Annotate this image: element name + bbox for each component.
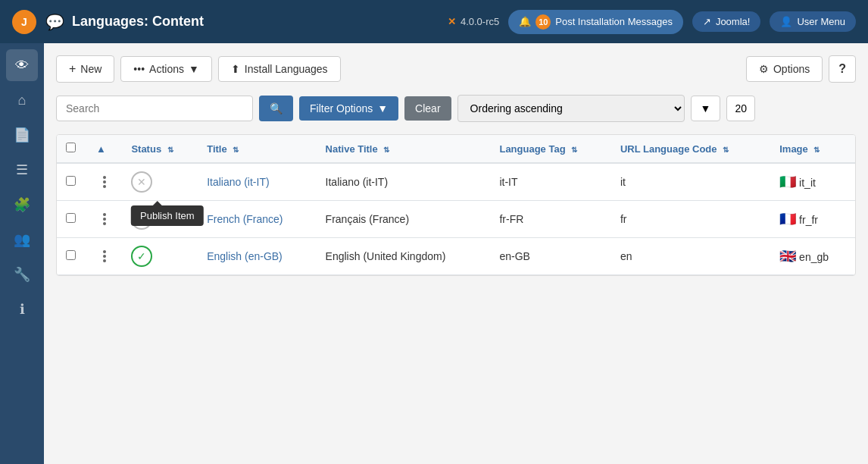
image-label: it_it bbox=[799, 177, 816, 189]
toggle-icon: 👁 bbox=[15, 58, 29, 74]
status-x-icon[interactable]: ✕ bbox=[131, 171, 152, 193]
navbar: J 💬 Languages: Content ✕ 4.0.0-rc5 🔔 10 … bbox=[0, 0, 868, 43]
row-menu[interactable] bbox=[96, 213, 113, 225]
sort-down-icon: ▼ bbox=[701, 102, 711, 114]
sidebar-item-content[interactable]: 📄 bbox=[6, 119, 38, 151]
language-tag-cell: en-GB bbox=[490, 238, 610, 275]
image-label: en_gb bbox=[799, 251, 829, 263]
help-button[interactable]: ? bbox=[829, 55, 856, 83]
url-code-cell: fr bbox=[611, 201, 770, 238]
page-size-display: 20 bbox=[726, 96, 755, 121]
title-header[interactable]: Title ⇅ bbox=[198, 135, 316, 163]
toolbar: + New ••• Actions ▼ ⬆ Install Languages … bbox=[56, 55, 856, 83]
status-check-icon[interactable]: ✓ bbox=[131, 246, 152, 267]
language-tag-cell: fr-FR bbox=[490, 201, 610, 238]
navbar-brand: 💬 Languages: Content bbox=[45, 13, 204, 31]
sidebar-item-menus[interactable]: ☰ bbox=[6, 154, 38, 186]
page-title: Languages: Content bbox=[72, 14, 204, 30]
search-bar: 🔍 Filter Options ▼ Clear Ordering ascend… bbox=[56, 95, 856, 122]
native-title-header[interactable]: Native Title ⇅ bbox=[317, 135, 491, 163]
row-checkbox[interactable] bbox=[66, 213, 76, 223]
upload-icon: ⬆ bbox=[231, 63, 240, 75]
ellipsis-icon: ••• bbox=[133, 63, 145, 75]
users-icon: 👥 bbox=[14, 231, 30, 248]
table-row: ✕ Publish Item Italiano (it-IT) Italiano… bbox=[57, 163, 855, 201]
tooltip: Publish Item bbox=[131, 205, 204, 226]
new-button[interactable]: + New bbox=[56, 55, 114, 83]
order-select[interactable]: Ordering ascending bbox=[457, 95, 685, 122]
user-icon: 👤 bbox=[780, 16, 792, 27]
sidebar: 👁 ⌂ 📄 ☰ 🧩 👥 🔧 ℹ bbox=[0, 43, 44, 464]
title-link[interactable]: French (France) bbox=[207, 213, 283, 225]
row-menu[interactable] bbox=[96, 250, 113, 262]
title-cell: English (en-GB) bbox=[198, 238, 316, 275]
version-display: ✕ 4.0.0-rc5 bbox=[448, 16, 499, 27]
row-drag-cell bbox=[87, 201, 122, 238]
external-link-icon: ↗ bbox=[703, 16, 711, 27]
sidebar-item-home[interactable]: ⌂ bbox=[6, 84, 38, 116]
sidebar-item-extensions[interactable]: 🧩 bbox=[6, 189, 38, 221]
url-language-code-header[interactable]: URL Language Code ⇅ bbox=[611, 135, 770, 163]
user-menu-button[interactable]: 👤 User Menu bbox=[770, 11, 856, 32]
sidebar-item-users[interactable]: 👥 bbox=[6, 224, 38, 256]
info-icon: ℹ bbox=[20, 301, 25, 318]
url-code-cell: it bbox=[611, 163, 770, 201]
sidebar-item-toggle[interactable]: 👁 bbox=[6, 49, 38, 81]
status-header[interactable]: Status ⇅ bbox=[122, 135, 198, 163]
order-direction-button[interactable]: ▼ bbox=[691, 96, 721, 121]
status-cell: ✓ bbox=[122, 238, 198, 275]
filter-chevron-icon: ▼ bbox=[377, 102, 388, 114]
row-drag-cell bbox=[87, 238, 122, 275]
page-icon: 💬 bbox=[45, 13, 64, 31]
row-checkbox[interactable] bbox=[66, 176, 76, 186]
url-code-cell: en bbox=[611, 238, 770, 275]
sidebar-item-tools[interactable]: 🔧 bbox=[6, 259, 38, 290]
joomla-x-icon: ✕ bbox=[448, 16, 456, 27]
row-checkbox-cell bbox=[57, 201, 87, 238]
flag-icon: 🇬🇧 bbox=[779, 248, 796, 265]
title-link[interactable]: Italiano (it-IT) bbox=[207, 176, 269, 188]
row-drag-cell bbox=[87, 163, 122, 201]
row-checkbox-cell bbox=[57, 238, 87, 275]
clear-button[interactable]: Clear bbox=[404, 96, 451, 121]
puzzle-icon: 🧩 bbox=[14, 196, 30, 213]
language-tag-header[interactable]: Language Tag ⇅ bbox=[490, 135, 610, 163]
native-title-cell: Français (France) bbox=[317, 201, 491, 238]
install-languages-button[interactable]: ⬆ Install Languages bbox=[218, 56, 341, 82]
drag-header: ▲ bbox=[87, 135, 122, 163]
main-content: + New ••• Actions ▼ ⬆ Install Languages … bbox=[44, 43, 868, 464]
actions-button[interactable]: ••• Actions ▼ bbox=[120, 56, 212, 82]
gear-icon: ⚙ bbox=[759, 63, 769, 75]
title-cell: Italiano (it-IT) bbox=[198, 163, 316, 201]
status-x-wrapper: ✕ Publish Item bbox=[131, 171, 189, 193]
image-cell: 🇮🇹 it_it bbox=[770, 163, 855, 201]
title-cell: French (France) bbox=[198, 201, 316, 238]
joomla-logo-icon[interactable]: J bbox=[12, 10, 36, 34]
image-header[interactable]: Image ⇅ bbox=[770, 135, 855, 163]
content-icon: 📄 bbox=[14, 127, 30, 143]
bell-icon: 🔔 bbox=[519, 16, 531, 27]
notification-label: Post Installation Messages bbox=[555, 16, 673, 27]
filter-options-button[interactable]: Filter Options ▼ bbox=[299, 96, 398, 121]
language-tag-cell: it-IT bbox=[490, 163, 610, 201]
row-menu[interactable] bbox=[96, 176, 113, 188]
joomla-button[interactable]: ↗ Joomla! bbox=[692, 11, 761, 32]
notifications-button[interactable]: 🔔 10 Post Installation Messages bbox=[508, 10, 683, 34]
image-cell: 🇬🇧 en_gb bbox=[770, 238, 855, 275]
sidebar-item-info[interactable]: ℹ bbox=[6, 293, 38, 325]
row-checkbox-cell bbox=[57, 163, 87, 201]
image-label: fr_fr bbox=[799, 214, 818, 226]
search-icon: 🔍 bbox=[270, 102, 283, 114]
notification-count: 10 bbox=[535, 14, 551, 30]
search-input[interactable] bbox=[56, 96, 253, 121]
languages-table: ▲ Status ⇅ Title ⇅ Native Title ⇅ Langua… bbox=[56, 134, 856, 276]
select-all-checkbox[interactable] bbox=[66, 143, 76, 152]
menu-icon: ☰ bbox=[16, 161, 28, 178]
title-link[interactable]: English (en-GB) bbox=[207, 250, 283, 262]
flag-icon: 🇮🇹 bbox=[779, 174, 796, 190]
plus-icon: + bbox=[69, 62, 76, 76]
search-button[interactable]: 🔍 bbox=[259, 96, 293, 121]
options-button[interactable]: ⚙ Options bbox=[746, 56, 823, 82]
row-checkbox[interactable] bbox=[66, 250, 76, 260]
native-title-cell: Italiano (it-IT) bbox=[317, 163, 491, 201]
